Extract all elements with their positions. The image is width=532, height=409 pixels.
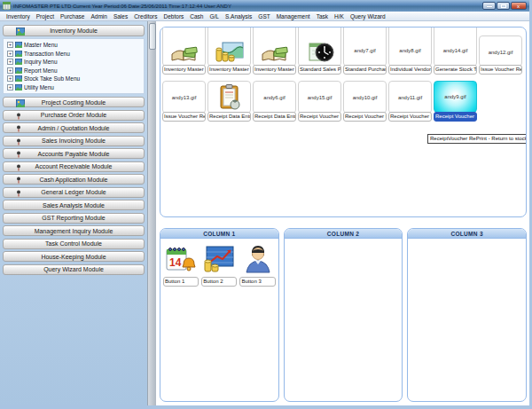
menu-cash[interactable]: Cash bbox=[190, 13, 203, 20]
sidebar-item-general-ledger[interactable]: General Ledger Module bbox=[3, 187, 145, 198]
pin-icon bbox=[16, 164, 21, 171]
icon-label-selected: Receipt Voucher Re bbox=[434, 112, 477, 122]
shortcut-receipt-data-entry-2[interactable]: andy6.gif Receipt Data Entry bbox=[253, 81, 296, 122]
sidebar-item-admin-quotation[interactable]: Admin / Quotation Module bbox=[3, 122, 145, 133]
shortcut-receipt-voucher-1[interactable]: andy15.gif Receipt Voucher Re bbox=[298, 81, 341, 122]
expand-icon[interactable]: + bbox=[7, 67, 13, 74]
module-button-label: Sales Invoicing Module bbox=[42, 138, 106, 144]
expand-icon[interactable]: + bbox=[7, 51, 13, 57]
menu-purchase[interactable]: Purchase bbox=[60, 13, 84, 20]
sidebar-item-inventory-module[interactable]: Inventory Module bbox=[3, 25, 145, 36]
icon-label: Issue Voucher RePr bbox=[479, 65, 522, 75]
sidebar-item-management-inquiry[interactable]: Management Inquiry Module bbox=[3, 225, 145, 236]
vertical-scrollbar[interactable] bbox=[147, 21, 156, 405]
menu-admin[interactable]: Admin bbox=[90, 13, 106, 20]
icon-cell: andy7.gif bbox=[343, 27, 387, 67]
sidebar-item-gst-reporting[interactable]: GST Reporting Module bbox=[3, 213, 145, 224]
column-3-panel: COLUMN 3 bbox=[407, 228, 527, 402]
tree-item-inquiry-menu[interactable]: + Inquiry Menu bbox=[7, 58, 144, 67]
sidebar-item-account-receivable[interactable]: Account Receivable Module bbox=[3, 161, 145, 172]
pin-icon bbox=[16, 177, 21, 184]
menu-query-wizard[interactable]: Query Wizard bbox=[350, 13, 386, 20]
button-1[interactable]: 14 Button 1 bbox=[163, 242, 199, 287]
close-button[interactable]: x bbox=[511, 2, 527, 10]
sidebar-item-task-control[interactable]: Task Control Module bbox=[3, 239, 145, 249]
shortcut-receipt-voucher-3[interactable]: andy11.gif Receipt Voucher Re bbox=[388, 81, 432, 122]
icon-label: Receipt Voucher Re bbox=[298, 112, 341, 122]
menu-sanalysis[interactable]: S.Analysis bbox=[225, 13, 252, 20]
restore-button[interactable] bbox=[497, 2, 510, 10]
shortcut-icon-panel: Inventory Master M Inventory Master M In… bbox=[160, 27, 527, 217]
button-3[interactable]: Button 3 bbox=[239, 242, 275, 287]
sidebar-item-accounts-payable[interactable]: Accounts Payable Module bbox=[3, 148, 145, 159]
shortcut-inventory-master-3[interactable]: Inventory Master M bbox=[253, 27, 296, 75]
menu-project[interactable]: Project bbox=[36, 13, 54, 20]
restore-icon bbox=[501, 4, 506, 8]
column-1-panel: COLUMN 1 14 Button 1 Button 2 bbox=[160, 228, 279, 402]
icon-label: Inventory Master M bbox=[253, 65, 296, 75]
expand-icon[interactable]: + bbox=[7, 59, 13, 65]
tooltip: ReceiptVoucher RePrint - Return to stock… bbox=[427, 134, 527, 144]
shortcut-receipt-data-entry-1[interactable]: Receipt Data Entry bbox=[207, 81, 251, 122]
icon-cell: andy14.gif bbox=[434, 27, 477, 67]
close-icon: x bbox=[517, 4, 520, 9]
pin-icon bbox=[16, 151, 21, 158]
shortcut-generate-stock-take[interactable]: andy14.gif Generate Stock Tak bbox=[434, 27, 477, 75]
module-button-label: GST Reporting Module bbox=[42, 215, 105, 221]
sidebar-item-sales-analysis[interactable]: Sales Analysis Module bbox=[3, 200, 145, 210]
icon-cell: andy8.gif bbox=[388, 27, 432, 67]
sidebar-item-sales-invoicing[interactable]: Sales Invoicing Module bbox=[3, 136, 145, 146]
module-button-label: Project Costing Module bbox=[42, 99, 106, 106]
clock-icon bbox=[306, 41, 334, 64]
icon-cell bbox=[239, 242, 275, 276]
menu-debtors[interactable]: Debtors bbox=[164, 13, 184, 20]
sidebar-item-cash-application[interactable]: Cash Application Module bbox=[3, 174, 145, 185]
menu-hk[interactable]: H/K bbox=[334, 13, 344, 20]
menu-task[interactable]: Task bbox=[317, 13, 328, 20]
icon-cell bbox=[207, 81, 251, 114]
menu-gl[interactable]: G/L bbox=[209, 13, 218, 20]
broken-image-filename: andy13.gif bbox=[172, 95, 197, 100]
expand-icon[interactable]: + bbox=[7, 84, 13, 90]
menu-management[interactable]: Management bbox=[277, 13, 310, 20]
sidebar-item-purchase-order[interactable]: Purchase Order Module bbox=[3, 110, 145, 121]
column-3-body bbox=[408, 239, 526, 401]
module-button-label: Management Inquiry Module bbox=[35, 228, 113, 234]
icon-label: Receipt Voucher Re bbox=[343, 112, 387, 122]
picture-icon bbox=[15, 84, 22, 90]
tree-item-report-menu[interactable]: + Report Menu bbox=[7, 67, 144, 75]
menu-inventory[interactable]: Inventory bbox=[6, 13, 30, 20]
minimize-button[interactable] bbox=[482, 2, 496, 10]
title-bar: INFOMASTER PTE LTD Current Year Period:0… bbox=[0, 0, 529, 12]
shortcut-receipt-voucher-2[interactable]: andy10.gif Receipt Voucher Re bbox=[343, 81, 387, 122]
shortcut-receipt-voucher-selected[interactable]: andy9.gif Receipt Voucher Re bbox=[434, 81, 477, 122]
button-2[interactable]: Button 2 bbox=[201, 242, 237, 287]
broken-image-filename: andy6.gif bbox=[263, 95, 285, 100]
menu-gst[interactable]: GST bbox=[258, 13, 270, 20]
tree-item-stock-take-sub-menu[interactable]: + Stock Take Sub Menu bbox=[7, 75, 144, 83]
shortcut-issue-voucher-reprint-1[interactable]: andy12.gif Issue Voucher RePr bbox=[479, 35, 522, 75]
icon-label: Generate Stock Tak bbox=[434, 65, 477, 75]
shortcut-inventory-master-1[interactable]: Inventory Master M bbox=[162, 27, 206, 75]
expand-icon[interactable]: + bbox=[7, 75, 13, 82]
icon-label: Receipt Data Entry bbox=[207, 112, 251, 122]
module-button-label: Purchase Order Module bbox=[41, 112, 106, 118]
tree-item-transaction-menu[interactable]: + Transaction Menu bbox=[7, 50, 144, 59]
tree-item-utility-menu[interactable]: + Utility Menu bbox=[7, 83, 144, 92]
icon-cell bbox=[162, 27, 206, 67]
sidebar-item-house-keeping[interactable]: House-Keeping Module bbox=[3, 251, 145, 262]
shortcut-standard-sales-pricing[interactable]: Standard Sales Pric bbox=[298, 27, 341, 75]
picture-icon bbox=[15, 67, 22, 74]
scrollbar-thumb[interactable] bbox=[149, 23, 156, 50]
sidebar-item-project-costing[interactable]: Project Costing Module bbox=[3, 97, 145, 107]
tree-item-label: Master Menu bbox=[24, 42, 58, 48]
expand-icon[interactable]: + bbox=[7, 42, 13, 48]
menu-sales[interactable]: Sales bbox=[113, 13, 128, 20]
shortcut-inventory-master-2[interactable]: Inventory Master M bbox=[207, 27, 251, 75]
tree-item-master-menu[interactable]: + Master Menu bbox=[7, 41, 144, 50]
shortcut-standard-purchase[interactable]: andy7.gif Standard Purchase bbox=[343, 27, 387, 75]
menu-creditors[interactable]: Creditors bbox=[134, 13, 157, 20]
shortcut-issue-voucher-reprint-2[interactable]: andy13.gif Issue Voucher RePr bbox=[162, 81, 206, 122]
sidebar-item-query-wizard[interactable]: Query Wizard Module bbox=[3, 264, 145, 275]
shortcut-individual-vendor[interactable]: andy8.gif Individual Vendor P bbox=[388, 27, 432, 75]
